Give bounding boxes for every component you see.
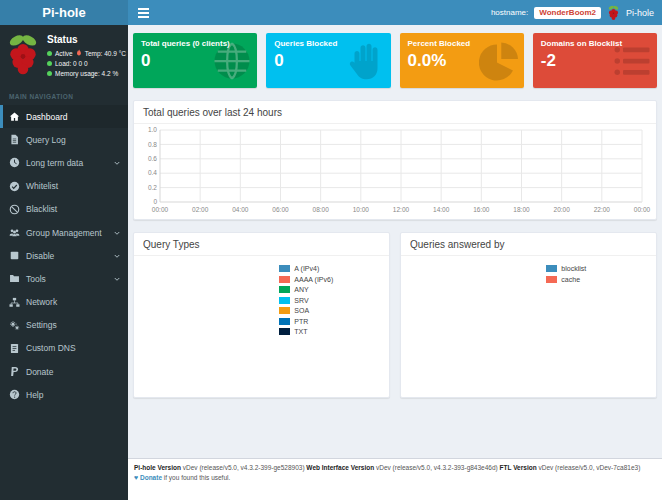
address-book-icon — [9, 343, 20, 354]
axis-tick-label: 0 — [153, 198, 157, 205]
sidebar-item-tools[interactable]: Tools — [0, 267, 128, 290]
stop-icon — [9, 250, 20, 261]
stat-card-domains-on-blocklist[interactable]: Domains on Blocklist-2 — [533, 33, 657, 88]
legend-label: AAAA (IPv6) — [294, 276, 333, 283]
axis-tick-label: 0.6 — [148, 155, 157, 162]
legend-item-blocklist[interactable]: blocklist — [546, 265, 586, 272]
legend-swatch — [546, 265, 557, 272]
legend-item-any[interactable]: ANY — [279, 286, 333, 293]
legend-swatch — [279, 297, 290, 304]
legend-swatch — [279, 318, 290, 325]
question-icon — [9, 389, 20, 400]
version-part: FTL Version vDev (release/v5.0, vDev-7ca… — [500, 464, 641, 471]
sidebar-item-blacklist[interactable]: Blacklist — [0, 198, 128, 221]
legend-item-cache[interactable]: cache — [546, 276, 586, 283]
hamburger-icon — [138, 8, 149, 10]
paypal-icon — [9, 366, 20, 377]
sidebar-item-query-log[interactable]: Query Log — [0, 128, 128, 151]
app-logo[interactable]: Pi-hole — [0, 0, 128, 25]
legend-label: TXT — [294, 328, 307, 335]
legend-swatch — [279, 328, 290, 335]
sidebar-item-group-management[interactable]: Group Management — [0, 221, 128, 244]
sidebar-item-long-term-data[interactable]: Long term data — [0, 151, 128, 174]
version-value: vDev (release/v5.0, v4.3.2-393-g843e46d) — [374, 464, 499, 471]
status-line: Load: 0 0 0 — [47, 60, 126, 67]
sidebar-item-label: Tools — [26, 274, 46, 284]
stat-card-value: 0 — [141, 51, 249, 71]
legend-label: blocklist — [561, 265, 586, 272]
sidebar-item-label: Group Management — [26, 228, 102, 238]
main-content: Total queries (0 clients)0Queries Blocke… — [128, 25, 662, 500]
legend-swatch — [279, 307, 290, 314]
legend-label: SRV — [294, 297, 308, 304]
sidebar-item-label: Settings — [26, 320, 57, 330]
legend-swatch — [279, 286, 290, 293]
sidebar-item-label: Donate — [26, 367, 53, 377]
sidebar-item-network[interactable]: Network — [0, 291, 128, 314]
version-part: Pi-hole Version vDev (release/v5.0, v4.3… — [134, 464, 306, 471]
stat-card-percent-blocked[interactable]: Percent Blocked0.0% — [400, 33, 524, 88]
donate-link[interactable]: Donate — [140, 474, 162, 481]
legend-item-ptr[interactable]: PTR — [279, 318, 333, 325]
status-line: ActiveTemp: 40.9 °C — [47, 49, 126, 57]
chart-title: Total queries over last 24 hours — [134, 101, 656, 124]
sidebar-toggle-button[interactable] — [128, 0, 158, 25]
pihole-logo-icon — [5, 33, 41, 77]
sidebar-item-help[interactable]: Help — [0, 383, 128, 406]
sidebar-item-label: Query Log — [26, 135, 66, 145]
sidebar-item-whitelist[interactable]: Whitelist — [0, 175, 128, 198]
status-ok-icon — [47, 61, 52, 66]
header: Pi-hole hostname: WonderBoom2 Pi-hole — [0, 0, 662, 25]
legend-label: ANY — [294, 286, 308, 293]
sidebar-item-disable[interactable]: Disable — [0, 244, 128, 267]
nav-section-label: MAIN NAVIGATION — [0, 86, 128, 105]
stat-card-label: Total queries (0 clients) — [141, 39, 249, 48]
sidebar-item-donate[interactable]: Donate — [0, 360, 128, 383]
axis-tick-label: 20:00 — [554, 206, 571, 213]
version-name: Web Interface Version — [306, 464, 374, 471]
chevron-down-icon — [113, 229, 121, 237]
version-info: Pi-hole Version vDev (release/v5.0, v4.3… — [134, 464, 656, 471]
legend-item-soa[interactable]: SOA — [279, 307, 333, 314]
axis-tick-label: 14:00 — [433, 206, 450, 213]
chevron-down-icon — [113, 159, 121, 167]
legend-item-aaaa-ipv6[interactable]: AAAA (IPv6) — [279, 276, 333, 283]
stat-card-total-queries-0-clients[interactable]: Total queries (0 clients)0 — [133, 33, 257, 88]
user-menu[interactable]: Pi-hole — [626, 8, 654, 18]
axis-tick-label: 04:00 — [232, 206, 249, 213]
chevron-down-icon — [113, 275, 121, 283]
clock-icon — [9, 157, 20, 168]
temperature-text: Temp: 40.9 °C — [85, 50, 126, 57]
hostname-badge: WonderBoom2 — [534, 7, 601, 19]
stat-card-value: 0 — [274, 51, 382, 71]
queries-over-time-chart[interactable]: 1.00.80.60.40.2000:0002:0004:0006:0008:0… — [138, 124, 652, 216]
donate-line: ♥ Donate if you found this useful. — [134, 474, 656, 481]
axis-tick-label: 00:00 — [152, 206, 169, 213]
heart-icon: ♥ — [134, 474, 138, 481]
stat-card-value: -2 — [541, 51, 649, 71]
summary-cards: Total queries (0 clients)0Queries Blocke… — [133, 33, 657, 88]
legend-item-srv[interactable]: SRV — [279, 297, 333, 304]
sidebar-item-label: Disable — [26, 251, 54, 261]
sidebar-item-label: Custom DNS — [26, 343, 76, 353]
hostname-label: hostname: — [491, 8, 528, 17]
sidebar-item-custom-dns[interactable]: Custom DNS — [0, 337, 128, 360]
sidebar-item-label: Dashboard — [26, 112, 68, 122]
sidebar: Status ActiveTemp: 40.9 °CLoad: 0 0 0Mem… — [0, 25, 128, 500]
legend-item-txt[interactable]: TXT — [279, 328, 333, 335]
legend-item-a-ipv4[interactable]: A (IPv4) — [279, 265, 333, 272]
status-panel: Status ActiveTemp: 40.9 °CLoad: 0 0 0Mem… — [0, 25, 128, 86]
sidebar-item-dashboard[interactable]: Dashboard — [0, 105, 128, 128]
query-types-legend: A (IPv4)AAAA (IPv6)ANYSRVSOAPTRTXT — [279, 265, 333, 339]
axis-tick-label: 0.2 — [148, 184, 157, 191]
temperature-icon — [76, 49, 82, 57]
legend-swatch — [279, 265, 290, 272]
sidebar-item-settings[interactable]: Settings — [0, 314, 128, 337]
version-value: vDev (release/v5.0, v4.3.2-399-ge528903) — [181, 464, 306, 471]
status-text: Memory usage: 4.2 % — [55, 70, 118, 77]
axis-tick-label: 0.4 — [148, 169, 157, 176]
stat-card-label: Domains on Blocklist — [541, 39, 649, 48]
sidebar-item-label: Whitelist — [26, 181, 58, 191]
stat-card-queries-blocked[interactable]: Queries Blocked0 — [266, 33, 390, 88]
stat-card-label: Percent Blocked — [408, 39, 516, 48]
